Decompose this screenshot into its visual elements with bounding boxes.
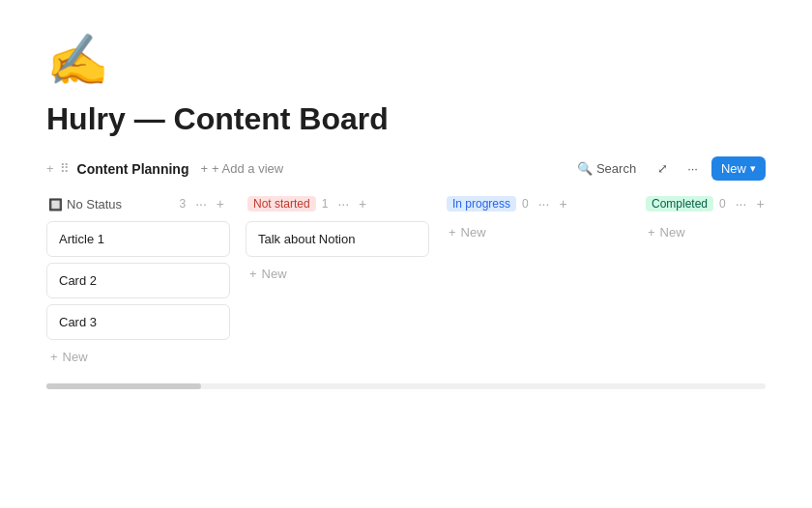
- add-card-button[interactable]: +New: [246, 263, 291, 285]
- new-button[interactable]: New ▾: [711, 156, 766, 181]
- scrollbar-thumb: [46, 383, 201, 389]
- column-header-not-started: Not started 1 ··· +: [246, 194, 429, 213]
- column-more-button[interactable]: ···: [732, 194, 751, 213]
- completed-badge: Completed: [646, 196, 713, 212]
- column-header-in-progress: In progress 0 ··· +: [445, 194, 628, 213]
- expand-button[interactable]: ⤢: [652, 157, 674, 180]
- card[interactable]: Card 3: [46, 304, 230, 340]
- no-status-icon: 🔲: [48, 198, 63, 212]
- more-icon: ···: [687, 161, 698, 176]
- add-card-label: New: [461, 225, 486, 240]
- board-column-not-started: Not started 1 ··· + Talk about Notion+Ne…: [246, 194, 429, 368]
- card[interactable]: Article 1: [46, 221, 230, 257]
- view-bar-right: 🔍 Search ⤢ ··· New ▾: [569, 156, 766, 181]
- column-actions: ··· +: [334, 194, 370, 213]
- view-bar: + ⠿ Content Planning + + Add a view 🔍 Se…: [46, 156, 766, 181]
- view-label: Content Planning: [77, 161, 189, 177]
- board-column-in-progress: In progress 0 ··· + +New: [445, 194, 628, 368]
- add-card-label: New: [660, 225, 685, 240]
- column-actions: ··· +: [191, 194, 228, 213]
- search-button[interactable]: 🔍 Search: [569, 157, 644, 180]
- card[interactable]: Card 2: [46, 263, 230, 298]
- add-section-icon[interactable]: +: [46, 161, 54, 176]
- column-add-card-button[interactable]: +: [555, 194, 570, 213]
- plus-icon: +: [249, 267, 257, 281]
- column-title: 🔲No Status: [48, 197, 173, 212]
- page-icon: ✍️: [46, 31, 766, 90]
- search-icon: 🔍: [577, 161, 593, 176]
- expand-icon: ⤢: [657, 161, 668, 176]
- column-add-card-button[interactable]: +: [752, 194, 766, 213]
- add-card-label: New: [262, 267, 287, 281]
- column-count: 0: [522, 197, 529, 211]
- column-header-completed: Completed 0 ··· +: [644, 194, 766, 213]
- add-view-button[interactable]: + + Add a view: [194, 159, 289, 178]
- new-label: New: [721, 161, 746, 176]
- view-bar-left: + ⠿ Content Planning + + Add a view: [46, 159, 562, 178]
- column-add-card-button[interactable]: +: [213, 194, 228, 213]
- add-view-icon: +: [200, 161, 208, 176]
- horizontal-scrollbar[interactable]: [46, 383, 766, 389]
- search-label: Search: [596, 161, 636, 176]
- column-actions: ··· +: [535, 194, 571, 213]
- add-card-button[interactable]: +New: [46, 346, 92, 368]
- card[interactable]: Talk about Notion: [246, 221, 429, 257]
- chevron-down-icon: ▾: [750, 162, 756, 175]
- drag-handle-icon: ⠿: [60, 161, 70, 176]
- column-count: 0: [719, 197, 726, 211]
- plus-icon: +: [50, 350, 58, 364]
- column-more-button[interactable]: ···: [191, 194, 211, 213]
- column-add-card-button[interactable]: +: [355, 194, 370, 213]
- column-more-button[interactable]: ···: [334, 194, 353, 213]
- board-column-no-status: 🔲No Status 3 ··· + Article 1Card 2Card 3…: [46, 194, 230, 368]
- column-actions: ··· +: [732, 194, 766, 213]
- add-view-label: + Add a view: [212, 161, 283, 176]
- plus-icon: +: [449, 225, 456, 240]
- add-card-label: New: [63, 350, 88, 364]
- not-started-badge: Not started: [247, 196, 316, 212]
- in-progress-badge: In progress: [447, 196, 516, 212]
- board-column-completed: Completed 0 ··· + +New: [644, 194, 766, 368]
- column-count: 1: [322, 197, 329, 211]
- page-wrapper: ✍️ Hulry — Content Board + ⠿ Content Pla…: [0, 0, 812, 389]
- column-count: 3: [179, 197, 186, 211]
- page-title: Hulry — Content Board: [46, 101, 766, 137]
- more-options-button[interactable]: ···: [682, 157, 704, 180]
- column-more-button[interactable]: ···: [535, 194, 554, 213]
- plus-icon: +: [648, 225, 655, 240]
- column-header-no-status: 🔲No Status 3 ··· +: [46, 194, 230, 213]
- add-card-button[interactable]: +New: [445, 221, 490, 243]
- add-card-button[interactable]: +New: [644, 221, 689, 243]
- board-container: 🔲No Status 3 ··· + Article 1Card 2Card 3…: [46, 194, 766, 380]
